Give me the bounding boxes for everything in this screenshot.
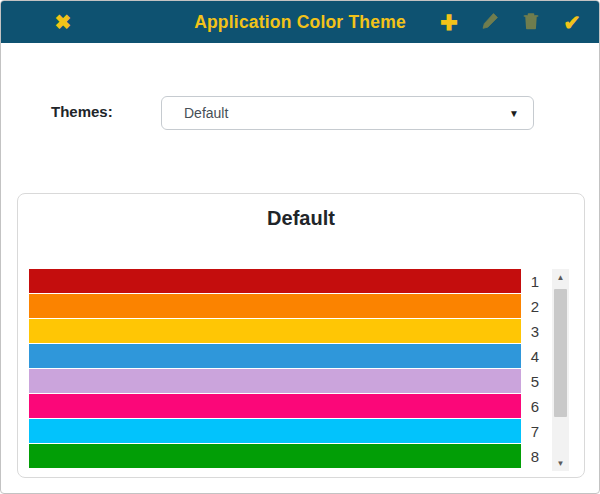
color-index-label: 2 bbox=[521, 294, 549, 318]
pencil-icon bbox=[480, 11, 500, 34]
color-swatch-5[interactable] bbox=[29, 369, 521, 393]
color-index-label: 5 bbox=[521, 369, 549, 393]
color-index-label: 6 bbox=[521, 394, 549, 418]
color-row: 2 bbox=[29, 294, 569, 319]
confirm-button[interactable]: ✔ bbox=[560, 9, 584, 35]
scrollbar-thumb[interactable] bbox=[554, 289, 567, 417]
color-row: 4 bbox=[29, 344, 569, 369]
color-swatch-2[interactable] bbox=[29, 294, 521, 318]
color-swatch-7[interactable] bbox=[29, 419, 521, 443]
theme-preview-panel: Default 1 2 3 4 5 bbox=[17, 193, 585, 478]
themes-dropdown[interactable]: Default ▼ bbox=[161, 96, 534, 130]
color-swatch-6[interactable] bbox=[29, 394, 521, 418]
dialog-header: ✖ Application Color Theme ✚ bbox=[1, 1, 599, 43]
color-row: 1 bbox=[29, 269, 569, 294]
color-swatch-3[interactable] bbox=[29, 319, 521, 343]
scrollbar-down-arrow-icon[interactable]: ▼ bbox=[552, 455, 569, 471]
color-swatch-4[interactable] bbox=[29, 344, 521, 368]
color-index-label: 7 bbox=[521, 419, 549, 443]
edit-theme-button[interactable] bbox=[478, 9, 502, 35]
application-color-theme-dialog: ✖ Application Color Theme ✚ bbox=[0, 0, 600, 494]
scrollbar-up-arrow-icon[interactable]: ▲ bbox=[552, 269, 569, 285]
color-index-label: 8 bbox=[521, 444, 549, 468]
themes-dropdown-value: Default bbox=[184, 105, 228, 121]
themes-row: Themes: Default ▼ bbox=[1, 96, 599, 130]
themes-label: Themes: bbox=[51, 103, 113, 120]
color-swatch-8[interactable] bbox=[29, 444, 521, 468]
color-row: 6 bbox=[29, 394, 569, 419]
theme-name-heading: Default bbox=[18, 207, 584, 230]
color-row: 8 bbox=[29, 444, 569, 469]
add-theme-button[interactable]: ✚ bbox=[437, 9, 461, 35]
vertical-scrollbar[interactable]: ▲ ▼ bbox=[552, 269, 569, 471]
color-row: 5 bbox=[29, 369, 569, 394]
color-index-label: 3 bbox=[521, 319, 549, 343]
color-list: 1 2 3 4 5 6 7 bbox=[29, 269, 569, 471]
trash-icon bbox=[521, 11, 541, 34]
color-row: 7 bbox=[29, 419, 569, 444]
chevron-down-icon: ▼ bbox=[509, 108, 519, 119]
color-index-label: 4 bbox=[521, 344, 549, 368]
color-row: 3 bbox=[29, 319, 569, 344]
color-swatch-1[interactable] bbox=[29, 269, 521, 293]
check-icon: ✔ bbox=[563, 12, 581, 33]
header-actions: ✚ bbox=[437, 1, 584, 43]
color-index-label: 1 bbox=[521, 269, 549, 293]
delete-theme-button[interactable] bbox=[519, 9, 543, 35]
plus-icon: ✚ bbox=[440, 12, 458, 33]
